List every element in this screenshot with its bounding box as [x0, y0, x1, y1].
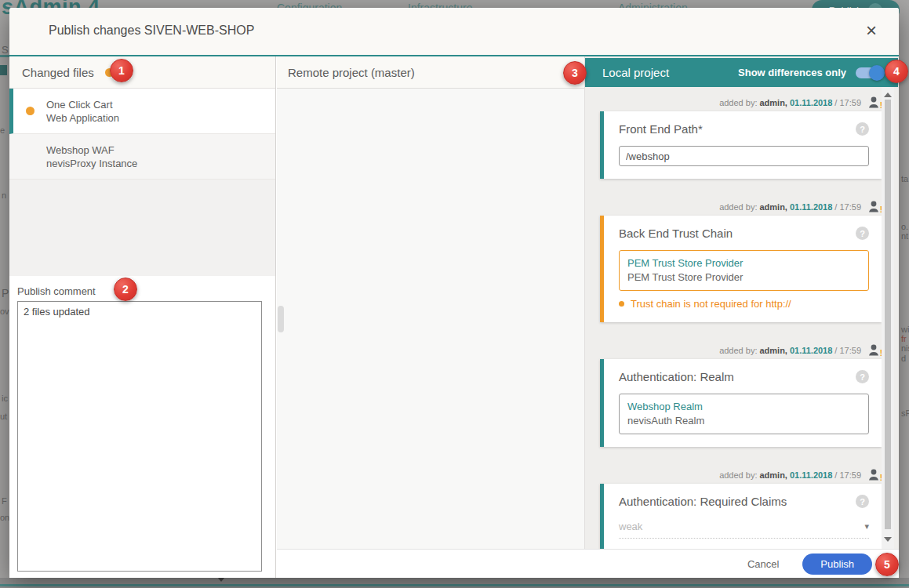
meta-date: 01.11.2018 — [790, 202, 832, 212]
file-changed-dot-icon — [26, 104, 35, 118]
meta-time: / 17:59 — [834, 98, 861, 107]
card-title: Authentication: Realm — [619, 370, 734, 383]
meta-prefix: added by: — [719, 202, 757, 212]
meta-time: / 17:59 — [834, 470, 861, 480]
close-icon[interactable]: × — [860, 19, 883, 42]
bg-fragment: fr — [901, 334, 907, 343]
meta-time: / 17:59 — [834, 346, 861, 355]
user-icon: ! — [868, 201, 882, 212]
bg-fragment: sP — [901, 408, 909, 418]
card-title: Back End Trust Chain — [619, 227, 733, 240]
trust-chain-warning: Trust chain is not required for http:// — [619, 298, 869, 310]
bg-fragment: ut — [0, 412, 7, 421]
local-project-column: Local project Show differences only adde… — [585, 56, 899, 549]
bg-fragment: wi — [901, 325, 909, 334]
meta-time: / 17:59 — [834, 202, 861, 212]
card-title: Front End Path* — [619, 122, 703, 136]
trust-chain-link[interactable]: PEM Trust Store Provider — [627, 256, 860, 270]
publish-button[interactable]: Publish — [802, 554, 872, 575]
bg-fragment: S — [2, 44, 9, 56]
scroll-up-icon[interactable] — [884, 93, 892, 97]
scroll-down-icon[interactable] — [884, 537, 892, 542]
annotation-badge-5: 5 — [875, 553, 899, 576]
file-list: One Click Cart Web Application Webshop W… — [9, 89, 275, 180]
trust-chain-type: PEM Trust Store Provider — [627, 270, 860, 285]
local-scrollbar-thumb[interactable] — [885, 100, 891, 529]
file-item-webshop-waf[interactable]: Webshop WAF nevisProxy Instance — [9, 134, 275, 180]
warning-text: Trust chain is not required for http:// — [631, 298, 791, 310]
bg-tab-underline — [0, 55, 9, 57]
bg-fragment: nis — [901, 343, 909, 353]
help-icon[interactable]: ? — [856, 122, 869, 136]
changed-files-column: Changed files One Click Cart Web Applica… — [9, 56, 276, 578]
user-icon: ! — [868, 344, 882, 356]
dialog-header: Publish changes SIVEN-WEB-SHOP × — [9, 8, 899, 55]
file-item-text: One Click Cart Web Application — [46, 98, 119, 125]
help-icon[interactable]: ? — [856, 227, 869, 240]
warning-dot-icon — [619, 301, 624, 307]
bg-teal-mark — [0, 65, 7, 75]
added-by-row: added by: admin, 01.11.2018 / 17:59 ! — [600, 344, 882, 356]
meta-prefix: added by: — [719, 470, 757, 480]
local-scrollbar[interactable] — [882, 87, 894, 549]
file-item-one-click-cart[interactable]: One Click Cart Web Application — [9, 89, 275, 134]
local-project-header: Local project Show differences only — [585, 58, 898, 87]
added-by-row: added by: admin, 01.11.2018 / 17:59 ! — [600, 96, 882, 108]
user-icon: ! — [868, 96, 882, 108]
bg-fragment: ic — [2, 394, 8, 403]
meta-date: 01.11.2018 — [790, 98, 832, 107]
realm-link[interactable]: Webshop Realm — [627, 400, 860, 414]
required-claims-select[interactable]: weak ▾ — [619, 521, 869, 539]
file-name: One Click Cart — [46, 98, 119, 111]
bg-fragment: ta — [901, 174, 908, 183]
bg-fragment: o. — [901, 222, 908, 231]
changed-files-label: Changed files — [22, 66, 94, 79]
card-back-end-trust-chain: Back End Trust Chain ? PEM Trust Store P… — [600, 216, 882, 322]
remote-project-label: Remote project (master) — [288, 66, 415, 79]
bg-bottom-strip — [0, 578, 909, 588]
bg-fragment: F — [2, 496, 7, 506]
trust-chain-value-box[interactable]: PEM Trust Store Provider PEM Trust Store… — [619, 250, 869, 291]
publish-dialog: Publish changes SIVEN-WEB-SHOP × Changed… — [9, 8, 899, 578]
remote-scrollbar-thumb[interactable] — [278, 306, 284, 332]
show-differences-toggle[interactable] — [856, 67, 882, 78]
meta-user: admin, — [759, 470, 787, 480]
front-end-path-input[interactable] — [619, 146, 869, 166]
card-required-claims: Authentication: Required Claims ? weak ▾ — [600, 484, 882, 549]
help-icon[interactable]: ? — [856, 495, 869, 508]
annotation-badge-1: 1 — [110, 59, 133, 82]
remote-project-header: Remote project (master) — [277, 56, 584, 89]
added-by-row: added by: admin, 01.11.2018 / 17:59 ! — [600, 469, 882, 481]
remote-project-column: Remote project (master) — [277, 56, 585, 549]
bg-fragment: n — [2, 191, 6, 200]
meta-user: admin, — [759, 202, 787, 212]
file-type: nevisProxy Instance — [46, 157, 137, 170]
page-root: sAdmin 4 Configuration Infrastructure Ad… — [0, 0, 909, 588]
card-authentication-realm: Authentication: Realm ? Webshop Realm ne… — [600, 359, 882, 447]
annotation-badge-4: 4 — [885, 60, 908, 83]
bg-fragment: d — [901, 354, 906, 363]
annotation-badge-3: 3 — [563, 61, 587, 85]
meta-user: admin, — [759, 346, 787, 355]
meta-date: 01.11.2018 — [790, 470, 832, 480]
show-differences-label: Show differences only — [738, 67, 846, 78]
local-cards-area: added by: admin, 01.11.2018 / 17:59 ! Fr… — [585, 87, 882, 549]
publish-comment-panel: Publish comment 2 files updated — [9, 276, 275, 578]
card-title: Authentication: Required Claims — [619, 495, 787, 508]
realm-type: nevisAuth Realm — [627, 414, 860, 428]
realm-value-box[interactable]: Webshop Realm nevisAuth Realm — [619, 394, 869, 434]
card-front-end-path: Front End Path* ? — [600, 111, 882, 179]
meta-user: admin, — [759, 98, 787, 107]
annotation-badge-2: 2 — [114, 278, 137, 301]
select-value: weak — [619, 521, 642, 532]
bg-fragment: P — [2, 287, 9, 299]
file-item-text: Webshop WAF nevisProxy Instance — [46, 143, 137, 170]
publish-comment-input[interactable]: 2 files updated — [17, 301, 262, 572]
dialog-footer: Cancel Publish — [277, 549, 899, 578]
cancel-button[interactable]: Cancel — [747, 558, 779, 570]
file-name: Webshop WAF — [46, 143, 137, 157]
bg-fragment: on — [0, 513, 9, 522]
help-icon[interactable]: ? — [856, 370, 869, 383]
toggle-knob — [869, 65, 885, 81]
publish-comment-label: Publish comment — [17, 285, 96, 297]
